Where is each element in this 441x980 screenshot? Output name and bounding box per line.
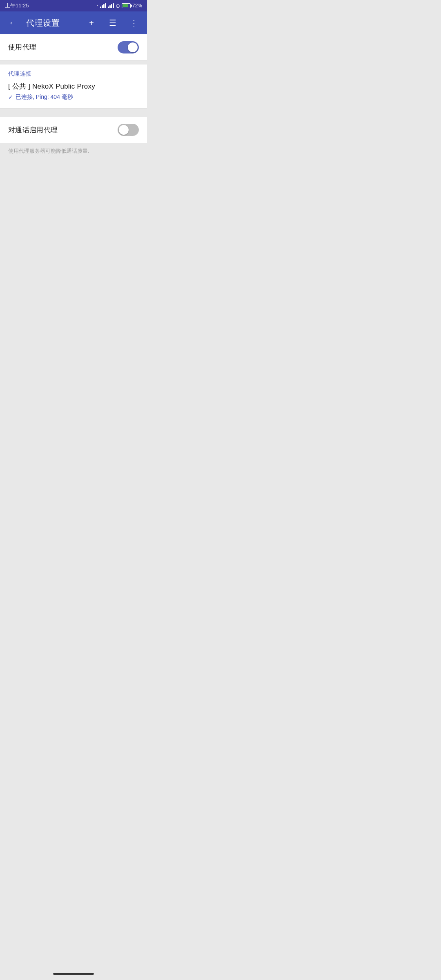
app-bar-actions: + ☰ ⋮ xyxy=(85,16,140,29)
proxy-name: [ 公共 ] NekoX Public Proxy xyxy=(8,82,139,91)
calls-proxy-label: 对通话启用代理 xyxy=(8,125,58,135)
calls-hint-text: 使用代理服务器可能降低通话质量. xyxy=(8,148,89,154)
menu-button[interactable]: ☰ xyxy=(106,16,119,29)
signal-icon-1 xyxy=(100,3,106,8)
app-bar: ← 代理设置 + ☰ ⋮ xyxy=(0,11,147,34)
wifi-icon: ⊙ xyxy=(116,3,120,9)
status-time: 上午11:25 xyxy=(5,2,29,9)
section-divider-2 xyxy=(0,109,147,113)
status-bar: 上午11:25 ⋅ ⊙ 72% xyxy=(0,0,147,11)
battery-percent: 72% xyxy=(132,3,142,9)
bluetooth-icon: ⋅ xyxy=(97,3,98,9)
proxy-status: ✓ 已连接, Ping: 404 毫秒 xyxy=(8,94,139,101)
section-divider-1 xyxy=(0,60,147,65)
proxy-connection-header: 代理连接 xyxy=(8,70,139,78)
calls-proxy-hint: 使用代理服务器可能降低通话质量. xyxy=(0,143,147,161)
use-proxy-label: 使用代理 xyxy=(8,42,36,52)
proxy-connection-section[interactable]: 代理连接 [ 公共 ] NekoX Public Proxy ✓ 已连接, Pi… xyxy=(0,65,147,109)
calls-proxy-toggle[interactable] xyxy=(118,124,139,136)
proxy-status-text: 已连接, Ping: 404 毫秒 xyxy=(16,94,73,101)
content: 使用代理 代理连接 [ 公共 ] NekoX Public Proxy ✓ 已连… xyxy=(0,34,147,161)
calls-proxy-section: 对通话启用代理 xyxy=(0,117,147,143)
use-proxy-toggle[interactable] xyxy=(118,41,139,53)
page-title: 代理设置 xyxy=(26,18,78,29)
status-icons: ⋅ ⊙ 72% xyxy=(97,3,142,9)
signal-icon-2 xyxy=(108,3,114,8)
calls-toggle-thumb xyxy=(119,125,129,135)
battery-icon xyxy=(122,3,131,8)
more-button[interactable]: ⋮ xyxy=(127,16,140,29)
add-button[interactable]: + xyxy=(85,16,98,29)
check-icon: ✓ xyxy=(8,94,13,100)
calls-proxy-row[interactable]: 对通话启用代理 xyxy=(0,117,147,143)
use-proxy-row[interactable]: 使用代理 xyxy=(0,34,147,60)
toggle-thumb xyxy=(128,42,138,52)
back-button[interactable]: ← xyxy=(7,16,20,29)
